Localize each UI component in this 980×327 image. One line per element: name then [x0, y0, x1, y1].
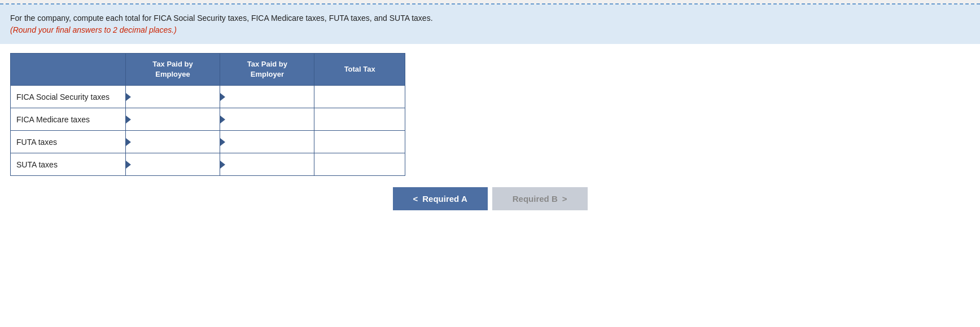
fica-ss-employer-input[interactable] [220, 86, 314, 108]
futa-employee-input[interactable] [126, 131, 220, 153]
table-row: FICA Social Security taxes [11, 86, 405, 108]
table-row: SUTA taxes [11, 153, 405, 176]
table-row: FUTA taxes [11, 131, 405, 153]
fica-ss-employee-cell [125, 86, 220, 108]
instruction-box: For the company, compute each total for … [0, 5, 980, 44]
navigation-buttons: < Required A Required B > [0, 187, 980, 210]
suta-total-input[interactable] [314, 153, 405, 175]
required-b-label: Required B [513, 194, 558, 204]
fica-med-employer-input[interactable] [220, 108, 314, 130]
required-b-button[interactable]: Required B > [492, 187, 588, 210]
fica-ss-employee-input[interactable] [126, 86, 220, 108]
tax-table: Tax Paid byEmployee Tax Paid byEmployer … [10, 53, 405, 176]
futa-employer-input[interactable] [220, 131, 314, 153]
chevron-right-icon: > [562, 194, 567, 204]
table-header-row: Tax Paid byEmployee Tax Paid byEmployer … [11, 54, 405, 86]
suta-employer-cell [220, 153, 314, 176]
fica-med-employee-input[interactable] [126, 108, 220, 130]
row-label-fica-ss: FICA Social Security taxes [11, 86, 126, 108]
suta-total-cell [314, 153, 405, 176]
suta-employer-input[interactable] [220, 153, 314, 175]
required-a-button[interactable]: < Required A [393, 187, 488, 210]
arrow-icon [220, 161, 225, 169]
futa-total-input[interactable] [314, 131, 405, 153]
fica-med-total-cell [314, 108, 405, 131]
suta-employee-cell [125, 153, 220, 176]
instruction-round-note: (Round your final answers to 2 decimal p… [10, 25, 177, 34]
table-row: FICA Medicare taxes [11, 108, 405, 131]
table-container: Tax Paid byEmployee Tax Paid byEmployer … [10, 53, 970, 176]
arrow-icon [126, 93, 131, 101]
chevron-left-icon: < [413, 194, 418, 204]
fica-ss-employer-cell [220, 86, 314, 108]
futa-employer-cell [220, 131, 314, 153]
futa-employee-cell [125, 131, 220, 153]
table-body: FICA Social Security taxes FICA Medicare… [11, 86, 405, 176]
instruction-main-text: For the company, compute each total for … [10, 14, 433, 23]
fica-ss-total-input[interactable] [314, 86, 405, 108]
row-label-fica-med: FICA Medicare taxes [11, 108, 126, 131]
arrow-icon [220, 93, 225, 101]
fica-med-employee-cell [125, 108, 220, 131]
arrow-icon [126, 138, 131, 146]
arrow-icon [220, 116, 225, 123]
row-label-suta: SUTA taxes [11, 153, 126, 176]
col-header-label [11, 54, 126, 86]
arrow-icon [220, 138, 225, 146]
fica-med-employer-cell [220, 108, 314, 131]
fica-ss-total-cell [314, 86, 405, 108]
row-label-futa: FUTA taxes [11, 131, 126, 153]
required-a-label: Required A [422, 194, 467, 204]
col-header-total: Total Tax [314, 54, 405, 86]
arrow-icon [126, 161, 131, 169]
fica-med-total-input[interactable] [314, 108, 405, 130]
arrow-icon [126, 116, 131, 123]
top-border-area [0, 0, 980, 5]
suta-employee-input[interactable] [126, 153, 220, 175]
col-header-employee: Tax Paid byEmployee [125, 54, 220, 86]
futa-total-cell [314, 131, 405, 153]
col-header-employer: Tax Paid byEmployer [220, 54, 314, 86]
